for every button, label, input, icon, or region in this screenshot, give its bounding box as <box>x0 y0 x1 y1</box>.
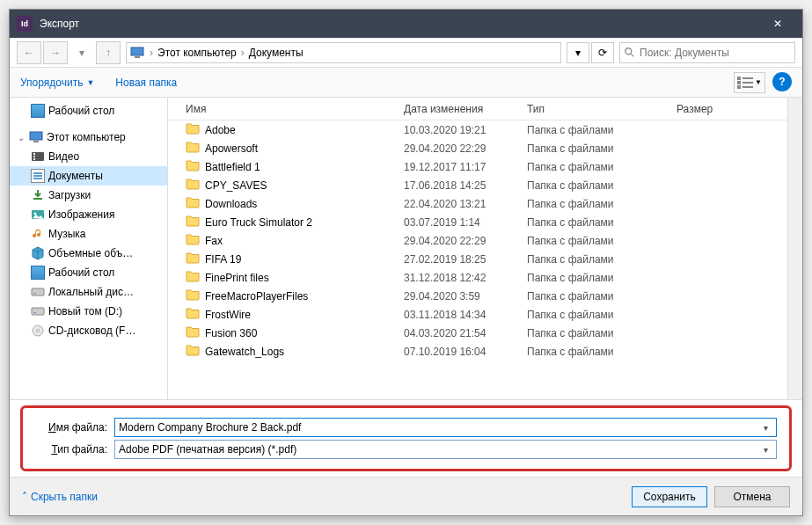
list-body[interactable]: Adobe10.03.2020 19:21Папка с файламиApow… <box>168 120 787 399</box>
table-row[interactable]: Downloads22.04.2020 13:21Папка с файлами <box>168 194 787 213</box>
back-button[interactable]: ← <box>17 41 41 64</box>
cell-type: Папка с файлами <box>520 198 669 210</box>
file-fields-highlight: Имя файла: ▾ Тип файла: ▾ <box>20 405 792 471</box>
chevron-down-icon[interactable]: ▾ <box>758 445 772 455</box>
chevron-down-icon[interactable]: ▾ <box>758 423 772 433</box>
address-bar[interactable]: › Этот компьютер › Документы <box>126 42 561 63</box>
folder-icon <box>186 252 200 266</box>
file-name: Battlefield 1 <box>205 161 260 173</box>
chevron-down-icon: ▾ <box>575 47 581 59</box>
nav-tree[interactable]: Рабочий стол ⌄ Этот компьютер Видео Доку… <box>10 98 168 399</box>
refresh-button[interactable]: ⟳ <box>591 42 614 63</box>
svg-rect-9 <box>743 86 753 88</box>
tree-3d-objects[interactable]: Объемные объ… <box>10 244 167 263</box>
col-size[interactable]: Размер <box>669 103 740 115</box>
table-row[interactable]: FIFA 1927.02.2019 18:25Папка с файлами <box>168 250 787 268</box>
cell-name: Adobe <box>168 122 397 137</box>
cancel-button[interactable]: Отмена <box>714 486 790 507</box>
forward-button[interactable]: → <box>43 41 68 64</box>
addr-dropdown[interactable]: ▾ <box>567 42 589 63</box>
file-name: Apowersoft <box>205 142 258 155</box>
cell-type: Папка с файлами <box>520 272 669 284</box>
tree-pictures[interactable]: Изображения <box>10 205 167 224</box>
tree-cd-drive[interactable]: CD-дисковод (F… <box>10 321 167 340</box>
tree-new-volume[interactable]: Новый том (D:) <box>10 302 167 321</box>
cell-date: 22.04.2020 13:21 <box>397 198 520 210</box>
refresh-icon: ⟳ <box>598 47 607 59</box>
recent-dropdown[interactable]: ▾ <box>69 41 94 64</box>
app-icon: Id <box>17 16 33 32</box>
collapse-icon[interactable]: ⌄ <box>17 133 26 142</box>
arrow-left-icon: ← <box>24 47 34 59</box>
table-row[interactable]: FinePrint files31.12.2018 12:42Папка с ф… <box>168 268 787 287</box>
scrollbar[interactable] <box>787 98 802 399</box>
window-title: Экспорт <box>40 18 760 30</box>
new-folder-button[interactable]: Новая папка <box>115 77 177 89</box>
cell-name: Fax <box>168 233 397 248</box>
organize-menu[interactable]: Упорядочить ▼ <box>20 77 94 89</box>
col-date[interactable]: Дата изменения <box>397 103 520 115</box>
save-button[interactable]: Сохранить <box>632 486 707 507</box>
tree-documents[interactable]: Документы <box>10 166 167 186</box>
folder-icon <box>186 270 200 285</box>
export-dialog: Id Экспорт ✕ ← → ▾ ↑ › Этот компьютер › … <box>9 9 803 516</box>
view-mode-button[interactable]: ▼ <box>734 72 765 93</box>
close-button[interactable]: ✕ <box>760 10 795 38</box>
search-input[interactable] <box>640 47 791 59</box>
cell-date: 04.03.2020 21:54 <box>397 327 520 339</box>
table-row[interactable]: Apowersoft29.04.2020 22:29Папка с файлам… <box>168 139 787 157</box>
body: Рабочий стол ⌄ Этот компьютер Видео Доку… <box>10 98 802 400</box>
tree-label: Рабочий стол <box>48 105 114 117</box>
svg-rect-4 <box>737 77 741 80</box>
chevron-up-icon: ˄ <box>22 491 27 503</box>
table-row[interactable]: Fusion 36004.03.2020 21:54Папка с файлам… <box>168 324 787 342</box>
svg-rect-10 <box>30 132 42 140</box>
breadcrumb-documents[interactable]: Документы <box>246 47 306 59</box>
table-row[interactable]: Adobe10.03.2020 19:21Папка с файлами <box>168 120 787 139</box>
close-icon: ✕ <box>773 18 782 30</box>
tree-desktop2[interactable]: Рабочий стол <box>10 263 167 282</box>
table-row[interactable]: Fax29.04.2020 22:29Папка с файлами <box>168 231 787 250</box>
up-button[interactable]: ↑ <box>96 41 121 64</box>
file-name: FreeMacroPlayerFiles <box>205 290 308 303</box>
table-row[interactable]: FreeMacroPlayerFiles29.04.2020 3:59Папка… <box>168 287 787 305</box>
desktop-icon <box>31 104 45 118</box>
col-name[interactable]: Имя <box>168 103 397 115</box>
svg-point-2 <box>625 47 632 54</box>
filename-combo[interactable]: ▾ <box>114 418 777 437</box>
cell-name: FinePrint files <box>168 270 397 285</box>
search-box[interactable] <box>619 42 795 63</box>
breadcrumb-this-pc[interactable]: Этот компьютер <box>155 47 239 59</box>
tree-label: CD-дисковод (F… <box>48 324 135 337</box>
table-row[interactable]: FrostWire03.11.2018 14:34Папка с файлами <box>168 305 787 324</box>
cell-type: Папка с файлами <box>520 179 669 192</box>
hide-folders-toggle[interactable]: ˄ Скрыть папки <box>22 491 98 503</box>
table-row[interactable]: Gatewatch_Logs07.10.2019 16:04Папка с фа… <box>168 342 787 361</box>
tree-this-pc[interactable]: ⌄ Этот компьютер <box>10 128 167 147</box>
tree-downloads[interactable]: Загрузки <box>10 186 167 205</box>
chevron-down-icon: ▼ <box>86 78 94 87</box>
help-button[interactable]: ? <box>772 72 792 91</box>
tree-label: Этот компьютер <box>47 131 126 143</box>
filetype-input[interactable] <box>119 443 758 456</box>
table-row[interactable]: Battlefield 119.12.2017 11:17Папка с фай… <box>168 157 787 176</box>
tree-music[interactable]: Музыка <box>10 224 167 244</box>
table-row[interactable]: Euro Truck Simulator 203.07.2019 1:14Пап… <box>168 213 787 231</box>
svg-rect-1 <box>135 56 140 58</box>
titlebar: Id Экспорт ✕ <box>10 10 802 38</box>
filename-label: Имя файла: <box>35 421 114 434</box>
filetype-combo[interactable]: ▾ <box>114 440 777 459</box>
pictures-icon <box>31 208 45 222</box>
arrow-right-icon: → <box>50 47 61 59</box>
tree-label: Новый том (D:) <box>48 305 122 317</box>
tree-video[interactable]: Видео <box>10 147 167 166</box>
chevron-down-icon: ▾ <box>79 47 84 59</box>
tree-desktop[interactable]: Рабочий стол <box>10 101 167 120</box>
col-type[interactable]: Тип <box>520 103 669 115</box>
table-row[interactable]: CPY_SAVES17.06.2018 14:25Папка с файлами <box>168 176 787 194</box>
svg-rect-15 <box>33 158 35 160</box>
filename-row: Имя файла: ▾ <box>35 418 777 437</box>
tree-local-disk[interactable]: Локальный дис… <box>10 282 167 302</box>
chevron-down-icon: ▼ <box>755 78 762 86</box>
filename-input[interactable] <box>119 421 758 434</box>
